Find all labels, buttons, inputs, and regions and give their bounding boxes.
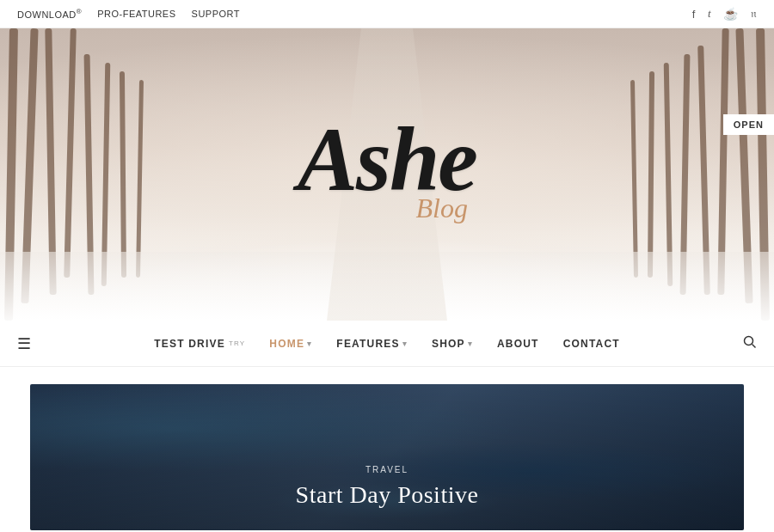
nav-item-shop[interactable]: SHOP ▾	[432, 338, 473, 350]
top-bar: DOWNLOAD® PRO-FEATURES SUPPORT f t ☕ 𝔫	[0, 0, 774, 28]
chevron-down-icon: ▾	[402, 339, 408, 348]
instagram-icon[interactable]: ☕	[723, 7, 739, 21]
pro-features-link[interactable]: PRO-FEATURES	[97, 9, 175, 19]
nav-items-list: TEST DRIVETRY HOME ▾ FEATURES ▾ SHOP ▾ A…	[154, 338, 620, 350]
twitter-icon[interactable]: t	[708, 7, 711, 21]
svg-point-0	[745, 336, 753, 345]
nav-label-about: ABOUT	[497, 338, 539, 350]
search-icon[interactable]	[743, 335, 757, 352]
chevron-down-icon: ▾	[307, 339, 312, 348]
nav-label-home: HOME	[269, 338, 304, 350]
hamburger-menu-icon[interactable]: ☰	[17, 334, 31, 353]
social-icons: f t ☕ 𝔫	[692, 7, 757, 21]
featured-post-content: TRAVEL Start Day Positive	[30, 465, 744, 509]
hero-section: Ashe Blog OPEN	[0, 28, 774, 321]
nav-label-testdrive: TEST DRIVE	[154, 338, 225, 350]
nav-label-shop: SHOP	[432, 338, 465, 350]
pinterest-icon[interactable]: 𝔫	[751, 7, 758, 21]
nav-item-about[interactable]: ABOUT	[497, 338, 539, 350]
download-link[interactable]: DOWNLOAD®	[17, 8, 82, 20]
featured-post-category: TRAVEL	[30, 465, 744, 474]
hero-title-block: Ashe Blog	[298, 117, 476, 222]
featured-post-title: Start Day Positive	[30, 481, 744, 509]
svg-line-1	[752, 344, 756, 347]
featured-post-card[interactable]: TRAVEL Start Day Positive	[30, 384, 744, 530]
nav-item-home[interactable]: HOME ▾	[269, 338, 312, 350]
support-link[interactable]: SUPPORT	[192, 9, 240, 19]
top-bar-nav: DOWNLOAD® PRO-FEATURES SUPPORT	[17, 8, 240, 20]
nav-item-testdrive[interactable]: TEST DRIVETRY	[154, 338, 245, 350]
nav-label-features: FEATURES	[336, 338, 399, 350]
nav-item-contact[interactable]: CONTACT	[563, 338, 620, 350]
nav-sup-testdrive: TRY	[229, 339, 245, 347]
main-content: TRAVEL Start Day Positive	[0, 367, 774, 532]
facebook-icon[interactable]: f	[692, 8, 696, 21]
nav-item-features[interactable]: FEATURES ▾	[336, 338, 408, 350]
nav-label-contact: CONTACT	[563, 338, 620, 350]
open-badge: OPEN	[723, 114, 774, 135]
chevron-down-icon: ▾	[468, 339, 473, 348]
navigation-bar: ☰ TEST DRIVETRY HOME ▾ FEATURES ▾ SHOP ▾…	[0, 321, 774, 367]
